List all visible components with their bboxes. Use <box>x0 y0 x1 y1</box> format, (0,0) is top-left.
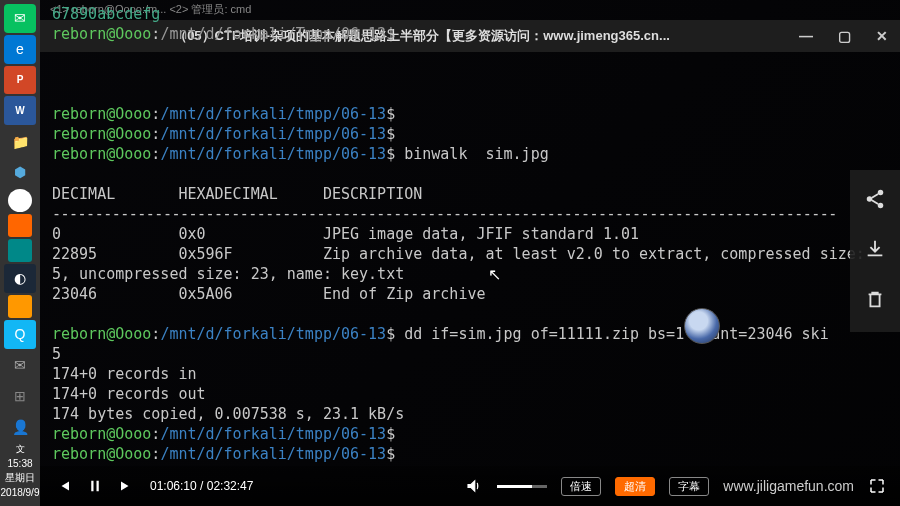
terminal-top-line: 67890abcdefg <box>52 5 160 23</box>
side-toolbar <box>850 170 900 332</box>
video-player: <1> reborn@Oooo:/m... <2> 管理员: cmd （05）C… <box>40 0 900 506</box>
taskbar-clock[interactable]: 文 15:38 星期日 2018/9/9 <box>1 443 40 506</box>
taskbar-word-icon[interactable]: W <box>4 96 36 125</box>
terminal-output[interactable]: 67890abcdefg reborn@Oooo:/mnt/d/forkali/… <box>48 0 900 466</box>
next-button[interactable] <box>118 477 136 495</box>
user-avatar[interactable] <box>684 308 720 344</box>
taskbar-steam-icon[interactable]: ◐ <box>4 264 36 293</box>
time-display: 01:06:10 / 02:32:47 <box>150 479 253 493</box>
windows-taskbar: ✉ e P W 📁 ⬢ ◐ Q ✉ ⊞ 👤 文 15:38 星期日 2018/9… <box>0 0 40 506</box>
video-controls: 01:06:10 / 02:32:47 倍速 超清 字幕 www.jiligam… <box>40 466 900 506</box>
clock-time: 15:38 <box>7 458 32 469</box>
prev-button[interactable] <box>54 477 72 495</box>
clock-date: 2018/9/9 <box>1 487 40 498</box>
clock-day: 星期日 <box>5 471 35 485</box>
taskbar-powerpoint-icon[interactable]: P <box>4 66 36 95</box>
taskbar-mail-icon[interactable]: ✉ <box>4 351 36 380</box>
taskbar-app5-icon[interactable]: 👤 <box>4 412 36 441</box>
pause-button[interactable] <box>86 477 104 495</box>
watermark-text: www.jiligamefun.com <box>723 478 854 494</box>
taskbar-qq-icon[interactable]: Q <box>4 320 36 349</box>
quality-button[interactable]: 超清 <box>615 477 655 496</box>
speed-button[interactable]: 倍速 <box>561 477 601 496</box>
taskbar-wechat-icon[interactable]: ✉ <box>4 4 36 33</box>
share-button[interactable] <box>864 188 886 214</box>
taskbar-app-icon[interactable]: ⬢ <box>4 158 36 187</box>
svg-point-0 <box>878 190 884 196</box>
taskbar-edge-icon[interactable]: e <box>4 35 36 64</box>
taskbar-explorer-icon[interactable]: 📁 <box>4 127 36 156</box>
taskbar-app2-icon[interactable] <box>8 214 32 237</box>
svg-point-2 <box>878 203 884 209</box>
taskbar-chrome-icon[interactable] <box>8 189 32 212</box>
fullscreen-button[interactable] <box>868 477 886 495</box>
subtitle-button[interactable]: 字幕 <box>669 477 709 496</box>
volume-button[interactable] <box>465 477 483 495</box>
taskbar-sublime-icon[interactable] <box>8 295 32 318</box>
delete-button[interactable] <box>864 288 886 314</box>
download-button[interactable] <box>864 238 886 264</box>
svg-point-1 <box>867 196 873 202</box>
taskbar-app3-icon[interactable] <box>8 239 32 262</box>
taskbar-app4-icon[interactable]: ⊞ <box>4 381 36 410</box>
